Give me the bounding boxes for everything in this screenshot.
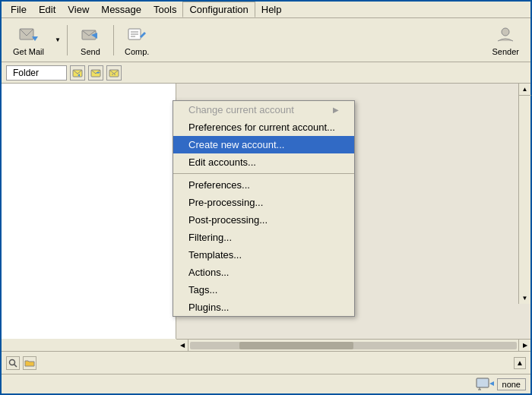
send-label: Send [81,47,100,56]
main-window: File Edit View Message Tools Configurati… [0,0,532,395]
menu-separator-1 [173,173,354,174]
menu-edit-accounts-label: Edit accounts... [188,156,256,168]
folder-incoming-icon[interactable] [70,65,85,81]
menu-tags[interactable]: Tags... [173,281,354,299]
menu-plugins[interactable]: Plugins... [173,299,354,316]
sender-icon [495,24,516,46]
menu-post-processing[interactable]: Post-processing... [173,211,354,229]
sender-label: Sender [492,47,519,56]
get-mail-dropdown[interactable]: ▼ [52,25,63,55]
menu-templates[interactable]: Templates... [173,246,354,264]
menu-pre-processing[interactable]: Pre-processing... [173,194,354,211]
menu-change-account-label: Change current account [188,104,294,115]
horizontal-scrollbar: ◀ ▶ [176,339,530,351]
menu-change-account[interactable]: Change current account ▶ [173,101,354,118]
svg-point-16 [10,359,15,365]
left-panel [2,84,176,339]
configuration-menu: Change current account ▶ Preferences for… [173,100,355,317]
send-icon [80,24,101,46]
scroll-left-button[interactable]: ◀ [176,340,188,352]
get-mail-icon [17,24,39,46]
scroll-down-button[interactable]: ▼ [519,292,531,304]
folder-status-icon[interactable] [23,356,36,370]
menu-view[interactable]: View [62,2,95,17]
menu-message[interactable]: Message [95,2,147,17]
menu-tools[interactable]: Tools [147,2,182,17]
bottombar: none [2,374,530,393]
scroll-right-button[interactable]: ▶ [518,340,530,352]
get-mail-button[interactable]: Get Mail [6,21,51,60]
menu-configuration[interactable]: Configuration [182,2,255,17]
toolbar-sep-1 [67,25,68,55]
menu-pre-processing-label: Pre-processing... [188,197,263,208]
menu-help[interactable]: Help [255,2,288,17]
content-area: ▲ ▼ Change current account ▶ Preferences… [2,84,530,339]
menu-edit[interactable]: Edit [33,2,62,17]
svg-marker-21 [489,381,494,386]
scroll-up-button[interactable]: ▲ [519,84,531,96]
network-icon [476,378,494,391]
menu-filtering-label: Filtering... [188,232,232,243]
menu-actions-label: Actions... [188,267,229,278]
compose-label: Comp. [125,47,149,56]
scrollbar-track [190,342,517,349]
folderbar: Folder [2,62,530,84]
menu-create-account[interactable]: Create new account... [173,136,354,153]
menu-templates-label: Templates... [188,249,242,261]
menu-file[interactable]: File [5,2,33,17]
folder-draft-icon[interactable] [106,65,122,81]
send-button[interactable]: Send [71,21,109,60]
menu-filtering[interactable]: Filtering... [173,229,354,246]
menu-preferences-label: Preferences... [188,179,250,191]
menu-prefs-account-label: Preferences for current account... [188,122,335,133]
toolbar-right: Sender [486,21,526,60]
folder-outgoing-icon[interactable] [88,65,103,81]
compose-icon [126,24,147,46]
menu-post-processing-label: Post-processing... [188,214,268,226]
compose-button[interactable]: Comp. [118,21,156,60]
zoom-button[interactable] [6,356,20,370]
scrollbar-thumb[interactable] [239,342,354,349]
menu-create-account-label: Create new account... [188,139,284,150]
toolbar: Get Mail ▼ Send [2,18,530,62]
submenu-arrow: ▶ [333,106,339,114]
menu-edit-accounts[interactable]: Edit accounts... [173,153,354,171]
toolbar-sep-2 [113,25,114,55]
none-badge: none [497,378,526,390]
menubar: File Edit View Message Tools Configurati… [2,2,530,18]
right-scrollbar: ▲ ▼ [518,84,530,304]
statusbar: ▲ [2,351,530,374]
sender-button[interactable]: Sender [486,21,526,60]
get-mail-label: Get Mail [13,47,44,56]
menu-plugins-label: Plugins... [188,302,229,313]
menu-preferences[interactable]: Preferences... [173,176,354,194]
menu-prefs-account[interactable]: Preferences for current account... [173,118,354,136]
status-scroll-up[interactable]: ▲ [514,357,526,369]
folder-label: Folder [6,65,67,81]
svg-line-17 [14,364,17,367]
svg-point-9 [502,28,509,36]
menu-actions[interactable]: Actions... [173,264,354,281]
menu-tags-label: Tags... [188,284,217,295]
svg-rect-18 [477,378,489,387]
